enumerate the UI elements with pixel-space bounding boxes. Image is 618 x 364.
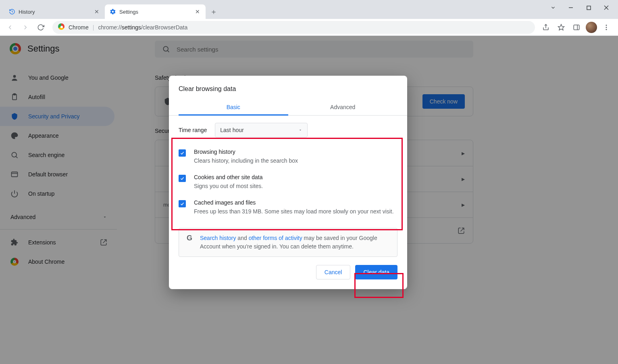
option-cached[interactable]: Cached images and files Frees up less th… <box>179 196 397 221</box>
clear-data-options: Browsing history Clears history, includi… <box>174 142 402 226</box>
close-window-icon[interactable] <box>603 5 609 10</box>
tab-settings-title: Settings <box>119 9 191 15</box>
url-scheme-label: Chrome <box>69 24 89 31</box>
option-title: Cookies and other site data <box>194 174 263 180</box>
new-tab-button[interactable]: ＋ <box>208 6 219 17</box>
google-account-info: G Search history and other forms of acti… <box>179 228 397 257</box>
cancel-button[interactable]: Cancel <box>316 265 351 279</box>
chevron-down-icon <box>298 128 302 132</box>
bookmark-icon[interactable] <box>555 21 567 33</box>
svg-point-8 <box>606 25 607 26</box>
option-subtitle: Clears history, including in the search … <box>194 157 298 165</box>
maximize-icon[interactable] <box>586 5 591 10</box>
option-subtitle: Frees up less than 319 MB. Some sites ma… <box>194 207 394 216</box>
option-cookies[interactable]: Cookies and other site data Signs you ou… <box>179 171 397 196</box>
svg-point-9 <box>606 27 607 28</box>
dialog-actions: Cancel Clear data <box>169 257 407 281</box>
minimize-icon[interactable] <box>568 5 574 10</box>
time-range-value: Last hour <box>220 127 243 133</box>
option-title: Browsing history <box>194 149 298 155</box>
tab-history-title: History <box>19 9 90 15</box>
link-other-activity[interactable]: other forms of activity <box>249 235 302 241</box>
close-icon[interactable]: ✕ <box>194 8 201 15</box>
close-icon[interactable]: ✕ <box>94 8 100 15</box>
svg-marker-5 <box>558 24 564 30</box>
tab-history[interactable]: History ✕ <box>4 4 105 19</box>
checkbox-checked-icon[interactable] <box>179 149 186 157</box>
clear-data-button[interactable]: Clear data <box>355 265 397 279</box>
link-search-history[interactable]: Search history <box>200 235 236 241</box>
site-info-icon[interactable] <box>58 23 65 31</box>
window-controls <box>541 0 618 15</box>
svg-rect-6 <box>574 25 579 30</box>
checkbox-checked-icon[interactable] <box>179 175 186 182</box>
chevron-down-icon[interactable] <box>550 5 556 10</box>
dialog-tabs: Basic Advanced <box>169 100 407 116</box>
checkbox-checked-icon[interactable] <box>179 200 186 207</box>
time-range-label: Time range <box>179 127 207 133</box>
clear-browsing-data-dialog: Clear browsing data Basic Advanced Time … <box>169 76 407 289</box>
option-subtitle: Signs you out of most sites. <box>194 182 263 190</box>
url-text: chrome://settings/clearBrowserData <box>98 24 187 31</box>
tab-advanced[interactable]: Advanced <box>288 100 398 115</box>
reload-button[interactable] <box>34 21 48 34</box>
separator: | <box>93 24 94 31</box>
svg-marker-22 <box>300 130 301 130</box>
gear-icon <box>110 8 116 15</box>
side-panel-icon[interactable] <box>570 21 583 33</box>
forward-button[interactable] <box>19 21 32 34</box>
google-g-icon: G <box>185 234 194 242</box>
svg-point-10 <box>606 29 607 30</box>
info-text: Search history and other forms of activi… <box>200 234 391 251</box>
address-bar[interactable]: Chrome | chrome://settings/clearBrowserD… <box>52 21 535 34</box>
option-browsing-history[interactable]: Browsing history Clears history, includi… <box>179 145 397 171</box>
back-button[interactable] <box>3 21 17 34</box>
time-range-select[interactable]: Last hour <box>215 123 308 137</box>
menu-icon[interactable] <box>600 21 612 33</box>
history-icon <box>9 8 15 15</box>
tab-basic[interactable]: Basic <box>179 100 288 116</box>
tab-settings[interactable]: Settings ✕ <box>105 4 206 19</box>
dialog-title: Clear browsing data <box>169 76 407 100</box>
browser-toolbar: Chrome | chrome://settings/clearBrowserD… <box>0 19 618 36</box>
option-title: Cached images and files <box>194 199 394 206</box>
browser-tab-strip: History ✕ Settings ✕ ＋ <box>0 0 618 19</box>
share-icon[interactable] <box>540 21 552 33</box>
time-range-row: Time range Last hour <box>169 116 407 141</box>
profile-avatar[interactable] <box>586 22 597 33</box>
svg-rect-1 <box>587 6 591 10</box>
